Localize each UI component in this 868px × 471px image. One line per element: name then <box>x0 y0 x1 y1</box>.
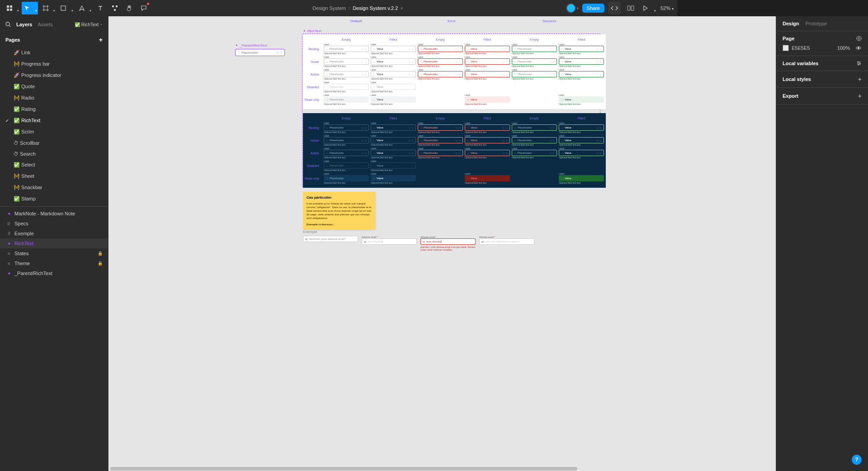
richtext-component-title[interactable]: ✦ RichText <box>303 29 321 33</box>
richtext-field[interactable]: ♡Placeholder♡♡ <box>324 137 369 143</box>
zoom-level[interactable]: 52% ▾ <box>660 5 674 11</box>
chevron-down-icon[interactable]: ▾ <box>401 5 403 11</box>
richtext-field[interactable]: ♡Placeholder♡♡ <box>418 58 463 65</box>
richtext-field[interactable]: ♡Value <box>559 175 604 181</box>
page-item[interactable]: ✅ Scrim <box>0 126 108 138</box>
richtext-field[interactable]: ♡Value♡♡ <box>371 137 416 143</box>
richtext-field[interactable]: ♡Placeholder <box>324 84 369 90</box>
pen-tool[interactable]: ▾ <box>76 2 92 14</box>
richtext-field[interactable]: ♡Placeholder♡♡ <box>512 137 557 143</box>
comment-tool[interactable] <box>137 2 150 14</box>
page-crumb[interactable]: ✅ RichText ⌃ <box>75 22 103 27</box>
breadcrumb[interactable]: Design System / Design System v.2.2 ▾ <box>312 5 403 11</box>
richtext-field[interactable]: ♡Value <box>371 162 416 169</box>
layers-tab[interactable]: Layers <box>16 22 32 27</box>
richtext-field[interactable]: ♡Placeholder♡♡ <box>418 137 463 143</box>
richtext-field[interactable]: ♡Placeholder♡♡ <box>324 150 369 156</box>
sticky-note[interactable]: Cas particulier Il est possible qu'un ch… <box>303 192 375 230</box>
richtext-field[interactable]: ♡Placeholder♡♡ <box>418 124 463 131</box>
present-library-button[interactable] <box>624 2 637 14</box>
example-section[interactable]: Exemple ✉Saisissez votre adresse email *… <box>303 230 534 251</box>
richtext-field[interactable]: ♡Value♡♡ <box>371 71 416 77</box>
richtext-field[interactable]: ♡Placeholder♡♡ <box>512 71 557 77</box>
states-light[interactable]: EmptyFilledEmptyFilledEmptyFilledResting… <box>303 34 606 109</box>
layer-item[interactable]: ⊪Specs <box>0 219 108 228</box>
play-button[interactable]: ▾ <box>641 2 657 14</box>
richtext-field[interactable]: ♡Value♡♡ <box>371 58 416 65</box>
richtext-field[interactable]: ♡Placeholder <box>324 96 369 103</box>
add-page-button[interactable]: + <box>99 36 103 43</box>
example-field-error[interactable]: ✉anis.chouk@ <box>420 238 476 245</box>
richtext-field[interactable]: ♡Value♡♡ <box>559 46 604 52</box>
frame-tool[interactable]: ▾ <box>40 2 56 14</box>
layer-item[interactable]: ✦MarkNote - Markdown Note <box>0 209 108 219</box>
page-item[interactable]: ✅ RichText <box>0 115 108 126</box>
breadcrumb-project[interactable]: Design System <box>312 5 346 11</box>
richtext-field[interactable]: ♡Placeholder♡♡ <box>324 124 369 131</box>
richtext-field[interactable]: ♡Value♡♡ <box>559 124 604 131</box>
main-menu-button[interactable]: ▾ <box>4 2 20 14</box>
richtext-field[interactable]: ♡Value <box>371 175 416 181</box>
chevron-down-icon[interactable]: ▾ <box>577 6 579 10</box>
canvas[interactable]: Default Error Success ✦ _Parent/RichText… <box>108 16 677 367</box>
richtext-field[interactable]: ♡Placeholder♡♡ <box>418 150 463 156</box>
breadcrumb-file[interactable]: Design System v.2.2 <box>353 5 398 11</box>
states-dark[interactable]: EmptyFilledEmptyFilledEmptyFilledResting… <box>303 113 606 188</box>
layer-item[interactable]: ✦_Parent/RichText <box>0 268 108 278</box>
richtext-field[interactable]: ♡Placeholder♡♡ <box>418 71 463 77</box>
richtext-field[interactable]: ♡Placeholder♡♡ <box>324 58 369 65</box>
richtext-field[interactable]: ♡Value <box>371 96 416 103</box>
richtext-field[interactable]: ♡Value♡♡ <box>465 124 510 131</box>
page-item[interactable]: ⏱ Search <box>0 148 108 159</box>
richtext-field[interactable]: ♡Value♡♡ <box>465 71 510 77</box>
page-item[interactable]: ✅ Stamp <box>0 193 108 205</box>
dev-mode-button[interactable] <box>608 2 621 14</box>
share-button[interactable]: Share <box>582 4 604 13</box>
page-item[interactable]: ✅ Select <box>0 159 108 171</box>
richtext-field[interactable]: ♡Value♡♡ <box>371 46 416 52</box>
page-item[interactable]: 🚀 Progress indicator <box>0 70 108 81</box>
richtext-field[interactable]: ♡Value <box>465 175 510 181</box>
richtext-field[interactable]: ♡Value♡♡ <box>465 58 510 65</box>
search-icon[interactable] <box>5 22 11 27</box>
page-item[interactable]: 🚧 Progress bar <box>0 58 108 70</box>
move-tool[interactable]: ▾ <box>22 2 38 14</box>
richtext-field[interactable]: ♡Value♡♡ <box>371 124 416 131</box>
text-tool[interactable] <box>94 2 107 14</box>
richtext-field[interactable]: ♡Value <box>559 96 604 103</box>
richtext-field[interactable]: ♡Placeholder♡♡ <box>512 124 557 131</box>
page-item[interactable]: 🚧 Snackbar <box>0 182 108 193</box>
page-item[interactable]: 🚧 Radio <box>0 92 108 104</box>
richtext-field[interactable]: ♡Placeholder♡♡ <box>418 46 463 52</box>
richtext-field[interactable]: ♡Placeholder♡♡ <box>512 46 557 52</box>
richtext-field[interactable]: ♡Value♡♡ <box>559 150 604 156</box>
richtext-field[interactable]: ♡Value♡♡ <box>465 137 510 143</box>
richtext-field[interactable]: ♡Value♡♡ <box>465 46 510 52</box>
page-item[interactable]: ⏱ Scrollbar <box>0 138 108 148</box>
page-item[interactable]: 🚧 Sheet <box>0 171 108 182</box>
layer-item[interactable]: ≡Theme🔒 <box>0 258 108 268</box>
richtext-field[interactable]: ♡Placeholder <box>324 162 369 169</box>
page-item[interactable]: ✅ Rating <box>0 104 108 115</box>
layer-item[interactable]: ≡States🔒 <box>0 248 108 258</box>
parent-richtext[interactable]: ✦ _Parent/RichText ♡ Placeholder ♡♡ <box>235 43 285 56</box>
richtext-field[interactable]: ♡Placeholder♡♡ <box>324 46 369 52</box>
shape-tool[interactable]: ▾ <box>58 2 74 14</box>
richtext-field[interactable]: ♡Value <box>371 84 416 90</box>
example-field-empty[interactable]: ✉Saisissez votre adresse email * <box>303 236 358 242</box>
richtext-field[interactable]: ♡Value♡♡ <box>371 150 416 156</box>
avatar[interactable] <box>566 3 576 13</box>
richtext-field[interactable]: ♡Value <box>465 96 510 103</box>
richtext-field[interactable]: ♡Value♡♡ <box>559 71 604 77</box>
page-item[interactable]: ✅ Quote <box>0 81 108 92</box>
layer-item[interactable]: #Exemple <box>0 228 108 238</box>
richtext-field[interactable]: ♡Placeholder <box>324 175 369 181</box>
page-item[interactable]: 🚀 Link <box>0 47 108 58</box>
assets-tab[interactable]: Assets <box>38 22 52 27</box>
layer-item[interactable]: ✦RichText <box>0 238 108 248</box>
richtext-field[interactable]: ♡Placeholder♡♡ <box>512 150 557 156</box>
resources-tool[interactable] <box>108 2 121 14</box>
hand-tool[interactable] <box>123 2 136 14</box>
richtext-field[interactable]: ♡Value♡♡ <box>559 137 604 143</box>
example-field-valid[interactable]: ✉anis.chouk@lelivrescolaire.fr <box>479 238 534 245</box>
